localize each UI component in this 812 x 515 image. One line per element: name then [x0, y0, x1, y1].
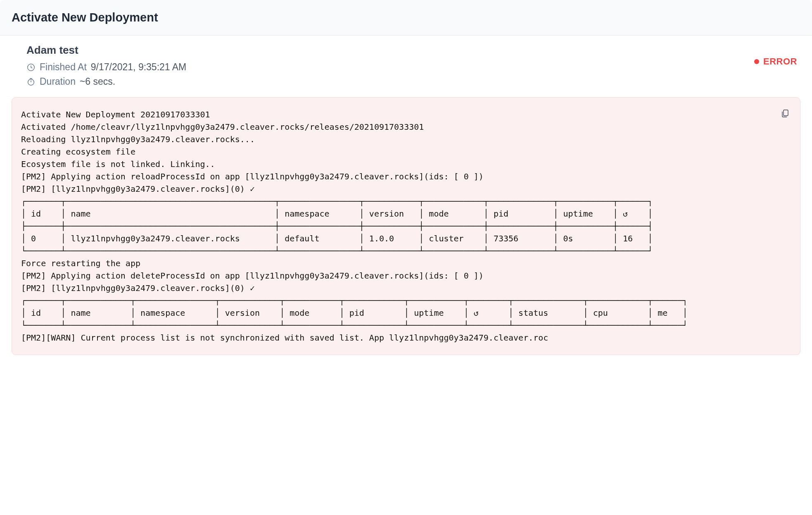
- page-title: Activate New Deployment: [12, 11, 800, 24]
- duration-line: Duration ~6 secs.: [26, 76, 742, 87]
- copy-button[interactable]: [780, 107, 790, 119]
- svg-rect-4: [784, 110, 788, 116]
- finished-at-value: 9/17/2021, 9:35:21 AM: [91, 62, 186, 73]
- meta-row: Adam test Finished At 9/17/2021, 9:35:21…: [0, 36, 812, 97]
- finished-at-line: Finished At 9/17/2021, 9:35:21 AM: [26, 62, 742, 73]
- log-output: Activate New Deployment 20210917033301 A…: [21, 108, 791, 344]
- status-badge: ERROR: [754, 56, 797, 67]
- meta-column: Adam test Finished At 9/17/2021, 9:35:21…: [26, 44, 742, 87]
- clock-icon: [26, 63, 36, 72]
- deployment-name: Adam test: [26, 44, 742, 57]
- deployment-card: Activate New Deployment Adam test Finish…: [0, 0, 812, 367]
- finished-at-label: Finished At: [40, 62, 87, 73]
- stopwatch-icon: [26, 77, 36, 86]
- header-bar: Activate New Deployment: [0, 0, 812, 36]
- duration-value: ~6 secs.: [80, 76, 115, 87]
- status-dot-icon: [754, 59, 759, 64]
- duration-label: Duration: [40, 76, 76, 87]
- status-label: ERROR: [763, 56, 797, 67]
- log-panel: Activate New Deployment 20210917033301 A…: [12, 97, 800, 355]
